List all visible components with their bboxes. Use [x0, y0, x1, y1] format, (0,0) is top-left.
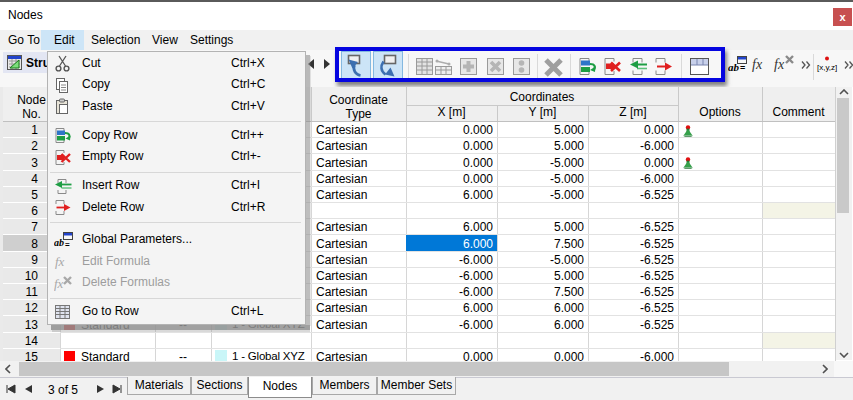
svg-text:=: =: [740, 63, 745, 73]
svg-text:ab: ab: [54, 237, 64, 248]
svg-text:[x,y,z]: [x,y,z]: [817, 63, 837, 72]
svg-text:ab: ab: [728, 61, 740, 73]
svg-text:fx: fx: [54, 276, 64, 291]
svg-text:fx: fx: [55, 254, 65, 269]
svg-text:=: =: [65, 240, 70, 249]
